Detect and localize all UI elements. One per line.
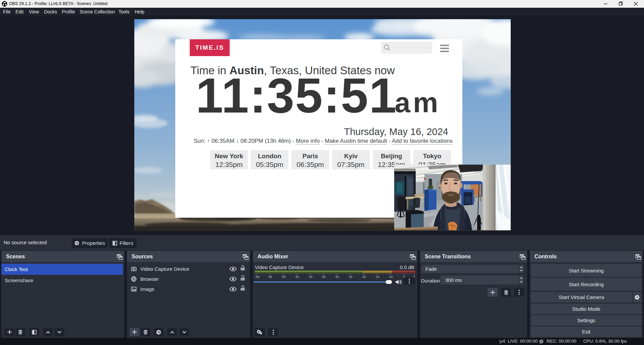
svg-text:-35: -35 [321,275,325,278]
svg-text:-50: -50 [281,275,285,278]
svg-text:-15: -15 [375,275,379,278]
svg-text:-45: -45 [294,275,299,278]
svg-text:-10: -10 [388,275,393,278]
svg-text:-55: -55 [268,275,272,278]
svg-text:-60: -60 [255,275,259,278]
svg-text:-25: -25 [348,275,352,278]
svg-text:-30: -30 [334,275,339,278]
svg-text:-40: -40 [308,275,312,278]
svg-text:-20: -20 [361,275,366,278]
